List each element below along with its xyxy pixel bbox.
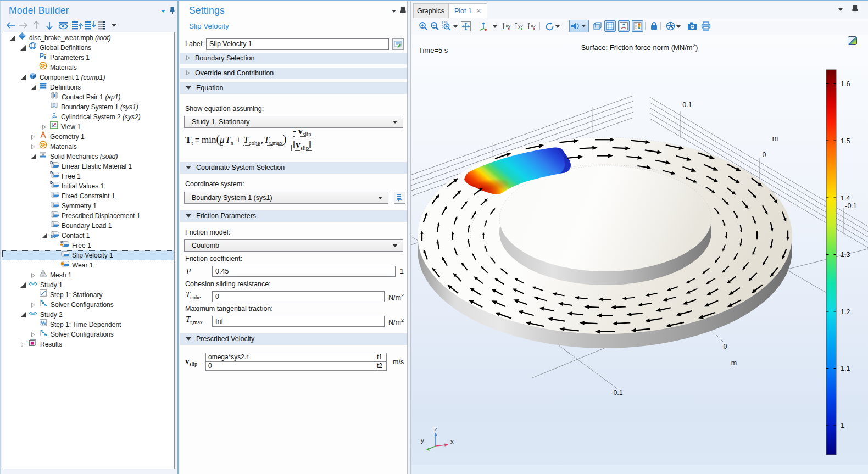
svg-text:1: 1 — [841, 422, 844, 430]
svg-text:0: 0 — [763, 151, 766, 159]
svg-text:1.3: 1.3 — [841, 251, 850, 259]
svg-text:DO: DO — [51, 234, 56, 238]
svg-text:D: D — [50, 181, 53, 185]
svg-text:y: y — [421, 437, 424, 444]
svg-text:P: P — [40, 52, 44, 60]
svg-text:0: 0 — [724, 343, 727, 350]
svg-text:z: z — [434, 426, 437, 432]
svg-text:D: D — [50, 161, 53, 165]
svg-text:1.4: 1.4 — [841, 194, 850, 202]
svg-text:1.5: 1.5 — [841, 137, 850, 145]
svg-text:xz: xz — [531, 23, 536, 29]
svg-text:m: m — [772, 135, 778, 142]
svg-text:1.1: 1.1 — [841, 365, 850, 372]
svg-text:D: D — [50, 171, 53, 175]
svg-text:-0.1: -0.1 — [845, 202, 857, 210]
svg-text:yz: yz — [518, 23, 524, 29]
svg-text:1.6: 1.6 — [841, 80, 850, 88]
svg-text:D: D — [60, 240, 63, 244]
svg-text:xy: xy — [505, 23, 511, 29]
svg-text:0.1: 0.1 — [682, 101, 692, 109]
svg-text:-0.1: -0.1 — [611, 389, 623, 397]
svg-text:1.2: 1.2 — [841, 308, 850, 316]
svg-text:m: m — [731, 359, 737, 367]
svg-text:x: x — [450, 438, 454, 445]
